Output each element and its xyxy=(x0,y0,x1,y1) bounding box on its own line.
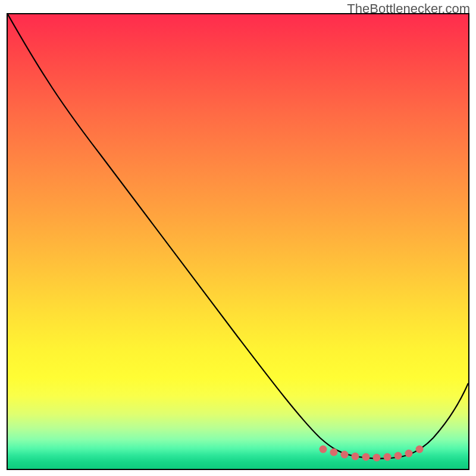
svg-point-0 xyxy=(320,446,327,453)
bottleneck-curve-line xyxy=(8,14,468,458)
chart-svg xyxy=(8,14,468,469)
watermark-text: TheBottlenecker.com xyxy=(347,1,470,17)
optimal-range-dots xyxy=(320,446,424,462)
svg-point-1 xyxy=(330,449,338,456)
chart-plot-area xyxy=(7,13,469,470)
svg-point-7 xyxy=(394,452,402,460)
svg-point-8 xyxy=(405,450,413,458)
svg-point-6 xyxy=(384,453,392,461)
svg-point-3 xyxy=(352,453,359,461)
svg-point-5 xyxy=(373,454,381,462)
svg-point-2 xyxy=(341,451,349,459)
svg-point-9 xyxy=(416,446,424,453)
svg-point-4 xyxy=(362,453,370,461)
